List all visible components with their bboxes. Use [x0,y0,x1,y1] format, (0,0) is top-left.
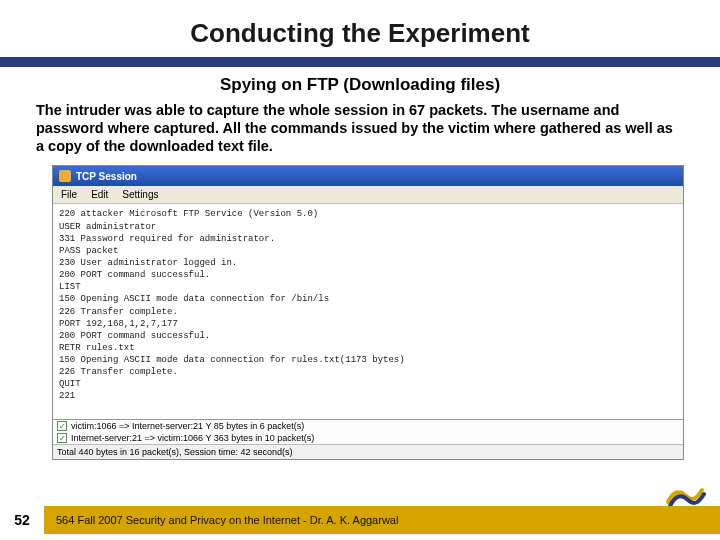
summary-row: ✓ victim:1066 => Internet-server:21 Y 85… [53,420,683,432]
status-bar: Total 440 bytes in 16 packet(s), Session… [53,444,683,459]
window-title: TCP Session [76,171,137,182]
slide-title: Conducting the Experiment [0,0,720,57]
embedded-screenshot: TCP Session File Edit Settings 220 attac… [52,165,684,460]
footer-bar: 564 Fall 2007 Security and Privacy on th… [44,506,720,534]
summary-row: ✓ Internet-server:21 => victim:1066 Y 36… [53,432,683,444]
footer-text: 564 Fall 2007 Security and Privacy on th… [56,514,398,526]
menu-settings[interactable]: Settings [122,189,158,200]
checkbox-icon[interactable]: ✓ [57,433,67,443]
slide-subtitle: Spying on FTP (Downloading files) [0,75,720,95]
menu-bar: File Edit Settings [53,186,683,204]
checkbox-icon[interactable]: ✓ [57,421,67,431]
app-icon [59,170,71,182]
title-underline [0,57,720,67]
menu-file[interactable]: File [61,189,77,200]
summary-text: victim:1066 => Internet-server:21 Y 85 b… [71,421,304,431]
window-titlebar: TCP Session [53,166,683,186]
slide-footer: 52 564 Fall 2007 Security and Privacy on… [0,500,720,540]
page-number: 52 [0,512,44,528]
menu-edit[interactable]: Edit [91,189,108,200]
summary-text: Internet-server:21 => victim:1066 Y 363 … [71,433,314,443]
body-paragraph: The intruder was able to capture the who… [0,101,720,155]
session-log: 220 attacker Microsoft FTP Service (Vers… [53,204,683,406]
summary-pane: ✓ victim:1066 => Internet-server:21 Y 85… [53,419,683,459]
